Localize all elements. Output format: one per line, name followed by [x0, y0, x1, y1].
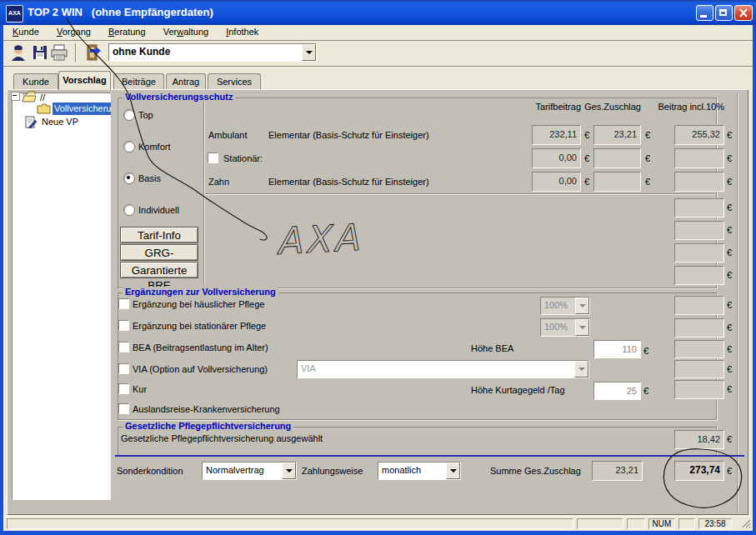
radio-top[interactable]	[123, 109, 135, 121]
auslandsreise-label: Auslandsreise-Krankenversicherung	[133, 404, 280, 414]
tree-item-neue-vp[interactable]: Neue VP	[42, 117, 78, 127]
bea-checkbox[interactable]	[118, 342, 129, 352]
sonderkondition-value: Normalvertrag	[206, 462, 264, 478]
menu-verwaltung[interactable]: Verwaltung	[156, 25, 216, 38]
stationaere-pflege-label: Ergänzung bei stationärer Pflege	[133, 321, 266, 331]
radio-basis-label: Basis	[138, 173, 161, 183]
zuschlag-field-zahn	[593, 172, 641, 192]
menu-vorgang[interactable]: Vorgang	[49, 25, 98, 38]
currency-symbol: €	[727, 177, 732, 187]
zahlungsweise-dropdown[interactable]	[446, 462, 460, 479]
currency-symbol: €	[727, 364, 732, 374]
radio-komfort-label: Komfort	[138, 142, 171, 152]
zahlungsweise-combobox[interactable]: monatlich	[378, 462, 461, 480]
currency-symbol: €	[727, 153, 732, 163]
currency-symbol: €	[727, 344, 732, 354]
tarifbeitrag-field-zahn: 0,00	[532, 172, 581, 192]
menu-infothek[interactable]: Infothek	[218, 25, 266, 38]
currency-symbol: €	[584, 130, 589, 140]
sonderkondition-dropdown[interactable]	[282, 462, 296, 479]
zahlungsweise-value: monatlich	[382, 462, 421, 478]
tree-expander[interactable]	[11, 92, 20, 101]
supplements-title: Ergänzungen zur Vollversicherung	[123, 287, 278, 297]
currency-symbol: €	[643, 386, 648, 396]
menu-toolbar-divider	[3, 40, 753, 42]
row-label-stationaer: Stationär:	[223, 153, 263, 163]
customer-combobox-dropdown[interactable]	[302, 44, 316, 61]
status-segment-main	[7, 518, 573, 529]
sonderkondition-label: Sonderkondition	[117, 466, 183, 476]
tree-root-label[interactable]: //	[40, 92, 45, 102]
via-combobox-value: VIA	[301, 361, 316, 377]
chevron-down-icon	[450, 469, 457, 476]
radio-individuell[interactable]	[123, 204, 135, 216]
print-button[interactable]	[48, 43, 70, 63]
hoehe-bea-input[interactable]: 110	[593, 340, 641, 358]
minimize-button[interactable]	[696, 5, 713, 21]
grg-prognose-button[interactable]: GRG-Prognose	[120, 244, 198, 261]
minimize-icon	[700, 15, 707, 18]
currency-symbol: €	[643, 346, 648, 356]
app-icon: AXA	[6, 5, 23, 22]
tab-kunde[interactable]: Kunde	[13, 73, 58, 89]
customer-combobox[interactable]: ohne Kunde	[108, 43, 317, 62]
stationaer-checkbox[interactable]	[208, 152, 218, 163]
via-checkbox[interactable]	[118, 363, 129, 374]
tree-item-vollversicherung[interactable]: Vollversicheru	[53, 102, 111, 115]
root-folder-icon	[22, 91, 37, 102]
total-field: 273,74	[674, 461, 724, 481]
stationaere-pflege-checkbox[interactable]	[118, 320, 129, 331]
exit-door-icon	[84, 43, 106, 62]
tarifbeitrag-field-stationaer: 0,00	[532, 148, 581, 168]
sonderkondition-combobox[interactable]: Normalvertrag	[202, 462, 297, 480]
beitrag-field-ambulant: 255,32	[674, 125, 724, 145]
row-tariff-zahn: Elementar (Basis-Schutz für Einsteiger)	[268, 177, 429, 187]
chevron-down-icon	[306, 51, 313, 58]
via-combobox[interactable]: VIA	[297, 360, 589, 378]
tab-services[interactable]: Services	[208, 73, 261, 89]
menu-kunde[interactable]: Kunde	[5, 25, 47, 38]
tab-vorschlag[interactable]: Vorschlag	[58, 71, 111, 90]
zuschlag-field-stationaer	[593, 148, 641, 168]
radio-komfort[interactable]	[123, 141, 135, 152]
chevron-down-icon	[579, 304, 586, 311]
stationaere-pflege-percent-select[interactable]: 100%	[540, 318, 590, 337]
care-insurance-title: Gesetzliche Pflegepflichtversicherung	[123, 421, 293, 431]
tab-beitraege[interactable]: Beiträge	[113, 73, 164, 89]
window-title: TOP 2 WIN (ohne Empfängerdaten)	[28, 6, 213, 18]
status-clock: 23:58	[698, 518, 732, 529]
amount-field-empty	[674, 266, 724, 285]
menu-beratung[interactable]: Beratung	[101, 25, 153, 38]
currency-symbol: €	[727, 300, 732, 310]
amount-field-empty	[674, 243, 724, 262]
save-button[interactable]	[30, 43, 50, 63]
menu-bar: Kunde Vorgang Beratung Verwaltung Infoth…	[3, 25, 754, 41]
customer-button[interactable]	[8, 43, 28, 63]
application-window: AXA TOP 2 WIN (ohne Empfängerdaten) Kund…	[0, 0, 756, 535]
currency-symbol: €	[727, 202, 732, 212]
kurtagegeld-input[interactable]: 25	[593, 382, 641, 400]
auslandsreise-checkbox[interactable]	[118, 403, 129, 414]
garantierte-bre-button[interactable]: Garantierte BRE	[120, 262, 198, 278]
haeusliche-pflege-checkbox[interactable]	[118, 298, 129, 309]
currency-symbol: €	[727, 130, 732, 140]
currency-symbol: €	[727, 270, 732, 280]
close-button[interactable]	[734, 5, 753, 21]
amount-field-empty	[674, 296, 724, 315]
status-segment-3	[627, 518, 645, 529]
haeusliche-pflege-percent-select[interactable]: 100%	[540, 297, 590, 315]
status-segment-2	[577, 518, 623, 529]
resize-grip[interactable]	[741, 518, 752, 529]
radio-individuell-label: Individuell	[138, 205, 179, 215]
tarif-info-button[interactable]: Tarif-Info	[120, 227, 198, 243]
tree-panel[interactable]	[12, 92, 111, 500]
maximize-button[interactable]	[715, 5, 733, 21]
chevron-down-icon	[579, 326, 586, 332]
currency-symbol: €	[727, 466, 732, 476]
percent-value: 100%	[544, 298, 568, 313]
exit-button[interactable]	[83, 43, 107, 63]
radio-basis[interactable]	[123, 172, 135, 184]
kur-checkbox[interactable]	[118, 383, 129, 394]
status-segment-5	[678, 518, 695, 529]
tab-antrag[interactable]: Antrag	[166, 73, 206, 89]
